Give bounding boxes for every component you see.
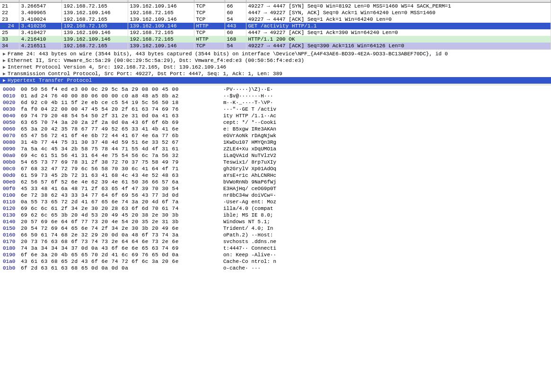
packet-dst: 139.162.109.146 bbox=[128, 23, 194, 29]
expand-icon[interactable]: ▶ bbox=[3, 58, 6, 63]
hex-offset: 0010 bbox=[3, 93, 21, 99]
expand-icon[interactable]: ▶ bbox=[3, 78, 6, 83]
hex-rows: 000000 50 56 f4 ed e3 00 0c 29 5c 5a 29 … bbox=[0, 86, 551, 271]
hex-row: 018074 3a 34 34 34 37 0d 0a 43 6f 6e 6e … bbox=[0, 245, 551, 252]
hex-bytes: 61 59 73 45 2b 72 31 63 41 68 4c 43 4e 5… bbox=[21, 173, 219, 178]
hex-row: 00d061 59 73 45 2b 72 31 63 41 68 4c 43 … bbox=[0, 172, 551, 179]
packet-time: 3.410236 bbox=[19, 23, 61, 29]
expand-icon[interactable]: ▶ bbox=[3, 51, 6, 57]
hex-offset: 0060 bbox=[3, 126, 21, 132]
hex-offset: 00f0 bbox=[3, 186, 21, 192]
table-row[interactable]: 334.216410139.162.109.146192.168.72.165H… bbox=[0, 36, 551, 43]
hex-row: 01006e 72 38 62 43 33 34 77 64 6f 69 56 … bbox=[0, 192, 551, 199]
hex-bytes: 6e 72 38 62 43 33 34 77 64 6f 69 56 43 7… bbox=[21, 192, 219, 198]
hex-ascii: ible; MS IE 8.0; bbox=[223, 212, 273, 218]
hex-offset: 0170 bbox=[3, 239, 21, 244]
hex-bytes: 69 4c 61 51 56 41 31 64 4e 75 54 56 6c 7… bbox=[21, 153, 219, 158]
hex-row: 00a069 4c 61 51 56 41 31 64 4e 75 54 56 … bbox=[0, 152, 551, 159]
packet-len: 443 bbox=[225, 23, 246, 29]
packet-no: 25 bbox=[0, 29, 19, 36]
hex-bytes: 69 74 79 20 48 54 54 50 2f 31 2e 31 0d 0… bbox=[21, 113, 219, 119]
hex-ascii: on: Keep -Alive·· bbox=[223, 252, 276, 258]
hex-offset: 0090 bbox=[3, 146, 21, 152]
packet-info: 49227 → 4447 [ACK] Seq=390 Ack=116 Win=6… bbox=[246, 43, 551, 50]
packet-info: 49227 → 4447 [ACK] Seq=1 Ack=1 Win=64240… bbox=[246, 16, 551, 23]
packet-dst: 192.168.72.165 bbox=[128, 36, 194, 43]
hex-row: 00907a 5a 4c 45 34 2b 58 75 78 44 71 55 … bbox=[0, 146, 551, 152]
packet-src: 139.162.109.146 bbox=[61, 9, 128, 16]
table-row[interactable]: 233.410024192.168.72.165139.162.109.146T… bbox=[0, 16, 551, 23]
hex-bytes: 20 57 69 6e 64 6f 77 73 20 4e 54 20 35 2… bbox=[21, 219, 219, 225]
packet-no: → 24 bbox=[0, 23, 19, 29]
detail-row[interactable]: ▶Transmission Control Protocol, Src Port… bbox=[0, 70, 551, 77]
packet-proto: HTTP bbox=[194, 23, 225, 29]
hex-offset: 0160 bbox=[3, 232, 21, 238]
hex-bytes: 43 61 63 68 65 2d 43 6f 6e 74 72 6f 6c 3… bbox=[21, 259, 219, 264]
packet-len: 54 bbox=[225, 16, 246, 23]
packet-info: GET /activity HTTP/1.1 bbox=[246, 23, 551, 29]
detail-row[interactable]: ▶Frame 24: 443 bytes on wire (3544 bits)… bbox=[0, 51, 551, 57]
table-row[interactable]: 344.216511192.168.72.165139.162.109.146T… bbox=[0, 43, 551, 50]
packet-no: 21 bbox=[0, 2, 19, 9]
hex-bytes: 6f 6e 3a 20 4b 65 65 70 2d 41 6c 69 76 6… bbox=[21, 252, 219, 258]
hex-ascii: t:4447·· Connecti bbox=[223, 245, 276, 251]
detail-row[interactable]: ▶Internet Protocol Version 4, Src: 192.1… bbox=[0, 64, 551, 70]
hex-ascii: Trident/ 4.0; In bbox=[223, 226, 273, 231]
hex-row: 013069 62 6c 65 3b 20 4d 53 20 49 45 20 … bbox=[0, 212, 551, 218]
table-row[interactable]: → 243.410236192.168.72.165139.162.109.14… bbox=[0, 23, 551, 29]
table-row[interactable]: 223.409965139.162.109.146192.168.72.165T… bbox=[0, 9, 551, 16]
hex-ascii: Teswix1/ 8rp7uXIy bbox=[223, 159, 276, 165]
packet-dst: 139.162.109.146 bbox=[128, 2, 194, 9]
table-row[interactable]: 213.266547192.168.72.165139.162.109.146T… bbox=[0, 2, 551, 9]
hex-row: 01906f 6e 3a 20 4b 65 65 70 2d 41 6c 69 … bbox=[0, 252, 551, 258]
packet-dst: 139.162.109.146 bbox=[128, 43, 194, 50]
detail-row[interactable]: ▶Hypertext Transfer Protocol bbox=[0, 77, 551, 84]
hex-offset: 0020 bbox=[3, 100, 21, 105]
detail-row[interactable]: ▶Ethernet II, Src: Vmware_5c:5a:29 (00:0… bbox=[0, 57, 551, 64]
hex-bytes: fa f0 04 22 00 00 47 45 54 20 2f 61 63 7… bbox=[21, 106, 219, 112]
packet-proto: TCP bbox=[194, 43, 225, 50]
hex-row: 00f045 33 48 41 6a 48 71 2f 63 65 4f 47 … bbox=[0, 185, 551, 192]
hex-ascii: bVWoRnNb 9NaP6fWj bbox=[223, 179, 276, 185]
table-row[interactable]: 253.410427139.162.109.146192.168.72.165T… bbox=[0, 29, 551, 36]
packet-len: 60 bbox=[225, 29, 246, 36]
packet-info: 49227 → 4447 [SYN] Seq=0 Win=8192 Len=0 … bbox=[246, 2, 551, 9]
hex-offset: 0150 bbox=[3, 226, 21, 231]
detail-text: Internet Protocol Version 4, Src: 192.16… bbox=[8, 64, 226, 70]
packet-rows[interactable]: 213.266547192.168.72.165139.162.109.146T… bbox=[0, 2, 551, 50]
detail-text: Transmission Control Protocol, Src Port:… bbox=[8, 71, 282, 77]
packet-src: 192.168.72.165 bbox=[61, 16, 128, 23]
packet-len: 66 bbox=[225, 2, 246, 9]
hex-ascii: aYsE+r1c AhLCNRHc bbox=[223, 173, 276, 178]
hex-bytes: 66 50 61 74 68 2e 32 29 20 0d 0a 48 6f 7… bbox=[21, 232, 219, 238]
hex-row: 007065 47 56 72 41 6f 4e 6b 72 44 41 67 … bbox=[0, 132, 551, 139]
hex-ascii: eGVrAoNk rDAgNjwk bbox=[223, 133, 276, 139]
hex-ascii: iLaQVA1d NuTVlzV2 bbox=[223, 153, 276, 158]
detail-text: Frame 24: 443 bytes on wire (3544 bits),… bbox=[8, 51, 448, 57]
hex-bytes: 01 ad 24 76 40 00 80 06 00 00 c0 a8 48 a… bbox=[21, 93, 219, 99]
hex-ascii: ··$v@·······H··· bbox=[223, 93, 273, 99]
hex-offset: 0180 bbox=[3, 245, 21, 251]
hex-row: 004069 74 79 20 48 54 54 50 2f 31 2e 31 … bbox=[0, 113, 551, 119]
hex-row: 014020 57 69 6e 64 6f 77 73 20 4e 54 20 … bbox=[0, 218, 551, 225]
expand-icon[interactable]: ▶ bbox=[3, 71, 6, 77]
hex-offset: 0140 bbox=[3, 219, 21, 225]
packet-len: 168 bbox=[225, 36, 246, 43]
packet-list-section: 213.266547192.168.72.165139.162.109.146T… bbox=[0, 0, 551, 50]
hex-bytes: 6f 2d 63 61 63 68 65 0d 0a 0d 0a bbox=[21, 265, 219, 271]
packet-time: 4.216410 bbox=[19, 36, 61, 43]
packet-proto: TCP bbox=[194, 2, 225, 9]
packet-time: 3.410024 bbox=[19, 16, 61, 23]
hex-offset: 0110 bbox=[3, 199, 21, 205]
hex-offset: 0100 bbox=[3, 192, 21, 198]
hex-ascii: zZLE4+Xu xDqUMO1a bbox=[223, 146, 276, 152]
hex-bytes: 45 33 48 41 6a 48 71 2f 63 65 4f 47 39 7… bbox=[21, 186, 219, 192]
expand-icon[interactable]: ▶ bbox=[3, 64, 6, 70]
hex-row: 00e062 56 57 6f 52 6e 4e 62 39 4e 61 50 … bbox=[0, 179, 551, 185]
hex-ascii: svchosts .ddns.ne bbox=[223, 239, 276, 244]
hex-offset: 0130 bbox=[3, 212, 21, 218]
packet-dst: 192.168.72.165 bbox=[128, 9, 194, 16]
packet-src: 192.168.72.165 bbox=[61, 2, 128, 9]
hex-bytes: 65 47 56 72 41 6f 4e 6b 72 44 41 67 4e 6… bbox=[21, 133, 219, 139]
hex-bytes: 65 3a 20 42 35 78 67 77 49 52 65 33 41 4… bbox=[21, 126, 219, 132]
